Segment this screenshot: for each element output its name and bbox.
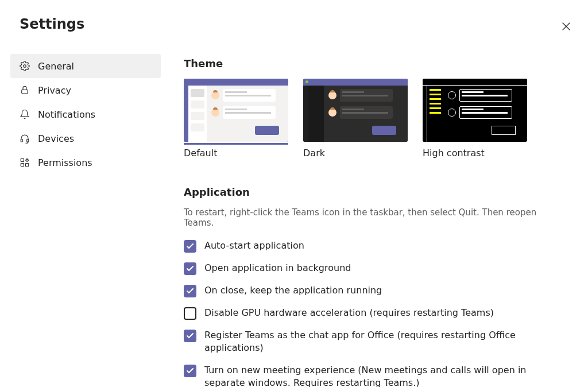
option-label: Auto-start application: [204, 239, 304, 252]
headset-icon: [18, 133, 31, 144]
checkbox-open-background[interactable]: [184, 262, 196, 275]
close-button[interactable]: [557, 17, 575, 36]
settings-sidebar: General Privacy Notifications Devices Pe…: [10, 54, 161, 175]
option-open-background: Open application in background: [184, 262, 563, 275]
sidebar-item-devices[interactable]: Devices: [10, 126, 161, 150]
theme-preview-default: [184, 79, 288, 142]
theme-option-default[interactable]: Default: [184, 79, 288, 158]
sidebar-item-label: Notifications: [38, 109, 95, 120]
checkbox-auto-start[interactable]: [184, 240, 196, 253]
svg-rect-4: [21, 140, 22, 142]
theme-option-dark[interactable]: Dark: [303, 79, 408, 158]
sidebar-item-label: General: [38, 61, 74, 72]
application-description: To restart, right-click the Teams icon i…: [184, 207, 563, 228]
lock-icon: [18, 85, 31, 95]
checkbox-disable-gpu[interactable]: [184, 307, 196, 320]
checkbox-keep-running[interactable]: [184, 285, 196, 297]
option-new-meeting-experience: Turn on new meeting experience (New meet…: [184, 364, 563, 387]
theme-label: High contrast: [423, 146, 527, 158]
option-register-chat-app: Register Teams as the chat app for Offic…: [184, 329, 563, 355]
svg-rect-7: [26, 164, 29, 167]
theme-row: Default D: [184, 79, 563, 158]
sidebar-item-label: Privacy: [38, 85, 71, 96]
option-label: Register Teams as the chat app for Offic…: [204, 329, 532, 355]
theme-heading: Theme: [184, 57, 563, 69]
theme-preview-high-contrast: [423, 79, 527, 142]
option-label: Disable GPU hardware acceleration (requi…: [204, 307, 494, 319]
checkbox-register-chat-app[interactable]: [184, 330, 196, 342]
sidebar-item-label: Devices: [38, 133, 74, 144]
svg-rect-3: [22, 90, 28, 94]
sidebar-item-privacy[interactable]: Privacy: [10, 78, 161, 102]
svg-rect-5: [27, 140, 29, 142]
sidebar-item-permissions[interactable]: Permissions: [10, 150, 161, 175]
settings-content: Theme: [184, 57, 563, 387]
page-title: Settings: [20, 16, 84, 32]
svg-rect-8: [21, 164, 24, 167]
apps-icon: [18, 157, 31, 168]
theme-preview-dark: [303, 79, 408, 142]
application-options: Auto-start application Open application …: [184, 239, 563, 387]
theme-option-high-contrast[interactable]: High contrast: [423, 79, 527, 158]
close-icon: [562, 22, 570, 30]
sidebar-item-label: Permissions: [38, 157, 92, 168]
checkbox-new-meeting-experience[interactable]: [184, 365, 196, 377]
sidebar-item-notifications[interactable]: Notifications: [10, 102, 161, 126]
option-keep-running: On close, keep the application running: [184, 284, 563, 297]
application-heading: Application: [184, 186, 563, 198]
theme-label: Default: [184, 146, 288, 158]
option-disable-gpu: Disable GPU hardware acceleration (requi…: [184, 307, 563, 320]
option-label: On close, keep the application running: [204, 284, 382, 297]
theme-label: Dark: [303, 146, 408, 158]
bell-icon: [18, 109, 31, 119]
svg-point-2: [24, 65, 26, 68]
sidebar-item-general[interactable]: General: [10, 54, 161, 78]
option-auto-start: Auto-start application: [184, 239, 563, 253]
option-label: Open application in background: [204, 262, 351, 274]
gear-icon: [18, 61, 31, 71]
svg-rect-6: [21, 158, 24, 161]
option-label: Turn on new meeting experience (New meet…: [204, 364, 532, 387]
